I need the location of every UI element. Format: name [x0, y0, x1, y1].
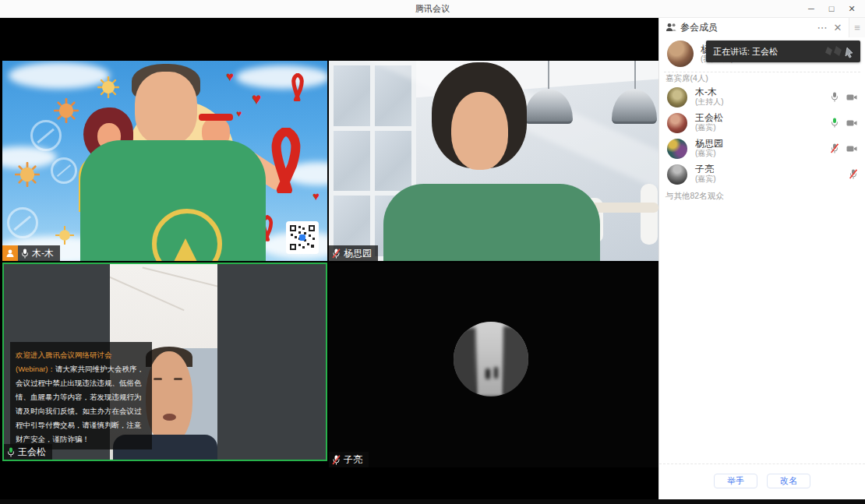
- ceiling-line: [110, 275, 185, 312]
- participant-role: (嘉宾): [695, 123, 723, 133]
- participant-name: 杨思园: [695, 138, 723, 149]
- avatar: [667, 164, 687, 185]
- window-title: 腾讯会议: [0, 3, 865, 15]
- cloud-shape: [9, 62, 110, 89]
- red-ribbon-icon: [266, 128, 306, 193]
- mic-muted-icon[interactable]: [849, 169, 857, 179]
- mic-on-icon: [21, 248, 29, 259]
- video-tile-ziliang[interactable]: 子亮: [329, 263, 658, 467]
- guest-section-label: 嘉宾席(4人): [666, 73, 708, 84]
- mic-on-icon[interactable]: [831, 92, 839, 102]
- table-shape: [589, 203, 658, 213]
- heart-icon: ♥: [252, 90, 261, 107]
- red-ribbon-icon: [289, 73, 306, 101]
- mic-muted-icon: [332, 248, 341, 259]
- mic-speaking-icon[interactable]: [831, 118, 839, 128]
- heart-icon: ♥: [312, 190, 320, 202]
- participant-figure-face: [451, 92, 508, 170]
- participant-row-ziliang[interactable]: 子亮 (嘉宾): [659, 161, 865, 187]
- chair-shape: [641, 184, 658, 245]
- panel-close-icon[interactable]: ✕: [830, 22, 846, 33]
- avatar: [667, 87, 687, 107]
- mic-speaking-icon: [7, 447, 15, 457]
- cartoon-man-headband: [199, 114, 233, 121]
- camera-on-icon[interactable]: [846, 119, 857, 127]
- photo-figure: [494, 367, 498, 379]
- photo-building: [454, 328, 475, 395]
- webinar-notice: 欢迎进入腾讯会议网络研讨会(Webinar)：请大家共同维护大会秩序，会议过程中…: [10, 342, 152, 449]
- window-controls: ─ □ ✕: [801, 0, 862, 17]
- video-name: 子亮: [344, 453, 362, 467]
- webinar-notice-body: 请大家共同维护大会秩序，会议过程中禁止出现违法违规、低俗色情、血腥暴力等内容，若…: [16, 365, 144, 443]
- lamp-cord: [634, 61, 636, 90]
- video-tile-wanghuisong[interactable]: 欢迎进入腾讯会议网络研讨会(Webinar)：请大家共同维护大会秩序，会议过程中…: [2, 263, 327, 461]
- camera-on-icon[interactable]: [846, 93, 857, 101]
- participant-row-mumu[interactable]: 木-木 (主持人): [659, 84, 865, 110]
- panel-more-icon[interactable]: ⋯: [814, 22, 830, 33]
- raise-hand-button[interactable]: 举手: [714, 474, 757, 488]
- participant-role: (主持人): [695, 97, 724, 107]
- close-icon[interactable]: ✕: [842, 0, 862, 17]
- speaking-toast: 正在讲话: 王会松: [706, 41, 860, 62]
- audience-count-note: 与其他82名观众: [666, 191, 724, 202]
- window-pane: [334, 131, 370, 192]
- video-name-label: 王会松: [4, 444, 52, 460]
- participant-role: (嘉宾): [695, 149, 723, 159]
- participants-panel: 参会成员 ⋯ ✕ ≡ 杨露 (我, 观众) 正在讲话: 王会松 嘉宾席(4人) …: [658, 17, 865, 499]
- participants-panel-header: 参会成员 ⋯ ✕ ≡: [659, 17, 865, 37]
- participant-figure-shirt: [80, 140, 266, 261]
- virus-icon: [97, 76, 119, 98]
- avatar: [667, 139, 687, 159]
- profile-photo-circle: [454, 322, 528, 397]
- video-name-label: 子亮: [329, 452, 369, 467]
- title-bar: 腾讯会议 ─ □ ✕: [0, 0, 865, 18]
- avatar: [667, 113, 687, 133]
- video-name: 杨思园: [344, 247, 372, 260]
- minimize-icon[interactable]: ─: [801, 0, 821, 17]
- camera-on-icon[interactable]: [846, 145, 857, 153]
- photo-street: [477, 322, 503, 397]
- prohibition-icon: [7, 207, 38, 238]
- participant-role: (嘉宾): [695, 174, 716, 185]
- panel-menu-icon[interactable]: ≡: [849, 17, 865, 37]
- panel-title: 参会成员: [680, 21, 718, 34]
- participant-name: 王会松: [695, 112, 723, 123]
- participant-list: 木-木 (主持人) 王会松 (嘉宾): [659, 84, 865, 187]
- ceiling-line: [143, 267, 217, 291]
- prohibition-icon: [30, 120, 62, 151]
- divider: [659, 463, 865, 464]
- lamp-cord: [548, 61, 549, 90]
- mic-muted-icon: [332, 455, 341, 465]
- host-badge-icon: [2, 245, 18, 261]
- video-tile-mumu[interactable]: ♥ ♥ ♥ ♥ 昌平区 劳: [2, 61, 327, 261]
- virus-icon: [55, 226, 74, 245]
- avatar: [667, 41, 694, 67]
- virus-icon: [54, 98, 79, 123]
- video-tile-yangsiyuan[interactable]: 杨思园: [329, 61, 658, 261]
- participant-row-yangsiyuan[interactable]: 杨思园 (嘉宾): [659, 136, 865, 161]
- mic-muted-icon[interactable]: [831, 143, 839, 153]
- rename-button[interactable]: 改名: [767, 474, 810, 488]
- heart-icon: ♥: [226, 70, 234, 83]
- participant-name: 木-木: [695, 86, 724, 97]
- window-bottom-edge: [0, 499, 865, 504]
- photo-figure: [485, 368, 490, 379]
- figure-eye: [154, 378, 162, 380]
- participant-name: 子亮: [695, 164, 716, 174]
- participant-figure-shirt: [383, 184, 600, 261]
- maximize-icon[interactable]: □: [821, 0, 842, 17]
- heart-icon: ♥: [236, 109, 242, 118]
- virus-icon: [15, 162, 40, 187]
- window-pane: [334, 65, 370, 126]
- prohibition-icon: [51, 157, 77, 184]
- video-name-label: 杨思园: [329, 245, 378, 261]
- video-name: 王会松: [18, 446, 46, 459]
- panel-footer: 举手 改名: [659, 463, 865, 488]
- participant-row-wanghuisong[interactable]: 王会松 (嘉宾): [659, 110, 865, 136]
- speaking-toast-text: 正在讲话: 王会松: [713, 46, 778, 58]
- video-stage: ♥ ♥ ♥ ♥ 昌平区 劳: [0, 17, 658, 504]
- photo-building: [503, 326, 528, 395]
- participants-icon: [666, 23, 676, 32]
- clap-and-cursor-icons[interactable]: [822, 44, 856, 58]
- participant-figure-face: [135, 72, 197, 145]
